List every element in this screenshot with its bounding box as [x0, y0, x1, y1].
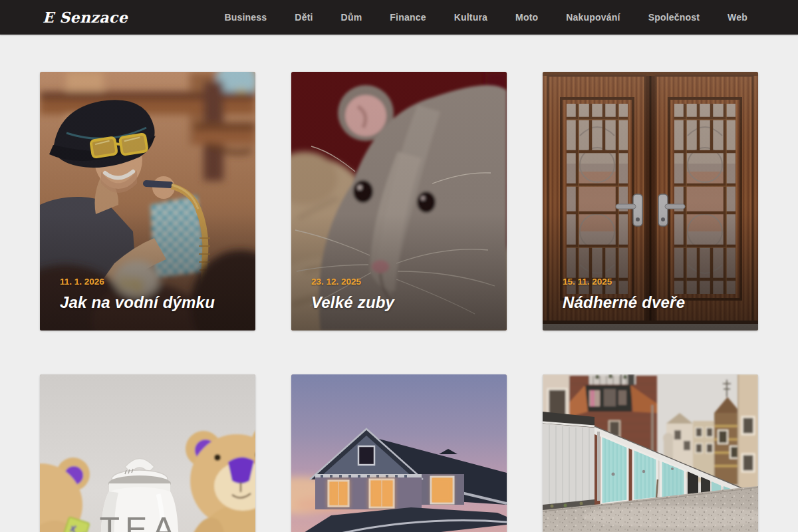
nav-item-moto[interactable]: Moto [515, 12, 538, 23]
article-meta: 23. 12. 2025 Velké zuby [311, 277, 496, 312]
nav-item-nakupovani[interactable]: Nakupování [566, 12, 620, 23]
attic-window [358, 446, 374, 465]
tea-jar-label: TEA [99, 511, 180, 532]
article-card-teddy-bears[interactable]: TEA [40, 374, 255, 532]
article-date: 23. 12. 2025 [311, 277, 496, 287]
article-card-garages[interactable] [543, 374, 758, 532]
article-date: 15. 11. 2025 [563, 277, 747, 287]
nav-item-kultura[interactable]: Kultura [454, 12, 487, 23]
article-title: Jak na vodní dýmku [60, 293, 245, 312]
nav-item-finance[interactable]: Finance [390, 12, 426, 23]
article-card-hookah[interactable]: US 11. 1. 2026 Jak na vodní dýmku [40, 72, 255, 331]
site-logo[interactable]: E Senzace [43, 9, 128, 26]
nav-item-deti[interactable]: Děti [295, 12, 313, 23]
teddy-bears-with-tea-jar-image: TEA [40, 374, 255, 532]
article-meta: 15. 11. 2025 Nádherné dveře [563, 277, 747, 312]
article-card-rat[interactable]: 23. 12. 2025 Velké zuby [291, 72, 507, 331]
article-meta: 11. 1. 2026 Jak na vodní dýmku [60, 277, 245, 312]
article-title: Velké zuby [311, 293, 496, 312]
row-of-turquoise-garages-image [543, 374, 758, 532]
nav-item-web[interactable]: Web [728, 12, 747, 23]
house-at-dusk-image [291, 374, 507, 532]
nav-item-business[interactable]: Business [224, 12, 267, 23]
article-date: 11. 1. 2026 [60, 277, 245, 287]
site-header: E Senzace Business Děti Dům Finance Kult… [0, 0, 798, 35]
main-nav: Business Děti Dům Finance Kultura Moto N… [224, 12, 747, 23]
article-card-house[interactable] [291, 374, 507, 532]
nav-item-spolecnost[interactable]: Společnost [648, 12, 700, 23]
articles-grid: US 11. 1. 2026 Jak na vodní dýmku [0, 35, 798, 532]
article-card-doors[interactable]: 15. 11. 2025 Nádherné dveře [543, 72, 758, 331]
nav-item-dum[interactable]: Dům [341, 12, 362, 23]
article-title: Nádherné dveře [563, 293, 747, 312]
